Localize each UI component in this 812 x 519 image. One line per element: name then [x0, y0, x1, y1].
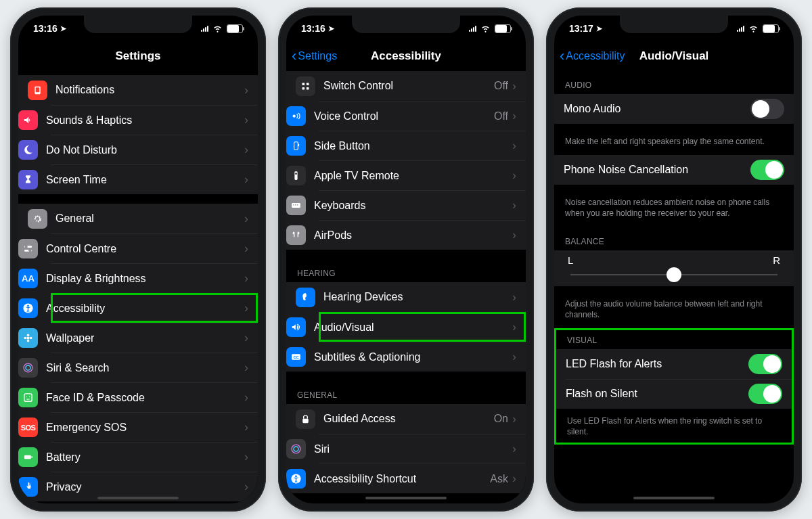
svg-point-12: [30, 337, 32, 340]
row-general[interactable]: General›: [18, 204, 258, 233]
hand-icon: [18, 477, 38, 497]
phone-3: 13:17➤ ‹Accessibility Audio/Visual Audio…: [546, 7, 802, 512]
footer-noise: Noise cancellation reduces ambient noise…: [554, 194, 794, 227]
SOS-icon: SOS: [18, 418, 38, 437]
hourglass-icon: [18, 170, 38, 189]
svg-point-17: [29, 396, 30, 397]
chevron-right-icon: ›: [244, 450, 248, 464]
row-noise-cancellation[interactable]: Phone Noise Cancellation: [554, 155, 794, 185]
row-label: Siri & Search: [46, 362, 244, 374]
footer-mono: Make the left and right speakers play th…: [554, 133, 794, 155]
chevron-right-icon: ›: [244, 113, 248, 127]
page-title: Audio/Visual: [639, 49, 709, 63]
row-apple-tv-remote[interactable]: Apple TV Remote›: [319, 160, 526, 190]
svg-point-36: [292, 445, 300, 453]
slider-thumb[interactable]: [667, 267, 681, 282]
page-title: Accessibility: [371, 49, 441, 63]
grid-icon: [296, 76, 315, 96]
chevron-right-icon: ›: [244, 271, 248, 286]
page-title: Settings: [115, 49, 160, 63]
row-guided-access[interactable]: Guided AccessOn›: [286, 404, 526, 434]
footer-balance: Adjust the audio volume balance between …: [554, 296, 794, 328]
row-label: Do Not Disturb: [46, 144, 244, 156]
svg-rect-25: [294, 142, 298, 150]
row-accessibility[interactable]: Accessibility›: [51, 293, 258, 323]
chevron-right-icon: ›: [512, 228, 516, 242]
battery-icon: [227, 24, 243, 33]
toggle-mono-audio[interactable]: [750, 99, 784, 119]
back-button[interactable]: ‹Settings: [292, 47, 337, 65]
toggle-led-flash[interactable]: [748, 354, 782, 374]
home-indicator[interactable]: [633, 497, 715, 499]
moon-icon: [18, 140, 38, 160]
row-keyboards[interactable]: Keyboards›: [319, 190, 526, 220]
row-subtitles-captioning[interactable]: CCSubtitles & Captioning›: [319, 342, 526, 371]
chevron-right-icon: ›: [244, 361, 248, 375]
row-display-brightness[interactable]: AADisplay & Brightness›: [51, 263, 258, 293]
accessibility-list[interactable]: Switch ControlOff›Voice ControlOff›Side …: [286, 71, 526, 503]
row-label: Audio/Visual: [314, 321, 512, 334]
balance-slider[interactable]: LR: [554, 254, 794, 285]
svg-rect-27: [294, 171, 297, 180]
wifi-icon: [212, 22, 223, 35]
svg-rect-26: [298, 144, 299, 147]
row-notifications[interactable]: Notifications›: [18, 75, 258, 105]
section-header-general: General: [286, 381, 526, 404]
row-screen-time[interactable]: Screen Time›: [51, 164, 258, 194]
row-emergency-sos[interactable]: SOSEmergency SOS›: [51, 412, 258, 442]
cellular-icon: [201, 25, 208, 32]
chevron-right-icon: ›: [512, 472, 516, 486]
svg-point-16: [26, 396, 27, 397]
svg-rect-20: [302, 83, 305, 85]
svg-point-4: [25, 246, 28, 248]
row-label: Privacy: [46, 481, 244, 493]
row-battery[interactable]: Battery›: [51, 442, 258, 472]
label: Phone Noise Cancellation: [564, 164, 750, 176]
svg-point-7: [27, 305, 29, 307]
row-label: Hearing Devices: [323, 291, 512, 303]
svg-point-11: [24, 337, 26, 340]
svg-point-39: [295, 476, 297, 478]
row-wallpaper[interactable]: Wallpaper›: [51, 323, 258, 353]
home-indicator[interactable]: [97, 497, 179, 499]
row-hearing-devices[interactable]: Hearing Devices›: [286, 282, 526, 312]
access-icon: [18, 298, 38, 318]
row-siri[interactable]: Siri›: [319, 434, 526, 464]
svg-point-28: [295, 173, 297, 175]
row-label: Apple TV Remote: [314, 170, 512, 182]
row-switch-control[interactable]: Switch ControlOff›: [286, 71, 526, 101]
settings-list[interactable]: Notifications›Sounds & Haptics›Do Not Di…: [18, 71, 258, 503]
row-control-centre[interactable]: Control Centre›: [51, 233, 258, 263]
row-label: Accessibility Shortcut: [314, 473, 490, 485]
chevron-right-icon: ›: [244, 301, 248, 315]
label: LED Flash for Alerts: [566, 358, 748, 370]
notch: [352, 16, 460, 33]
row-flash-silent[interactable]: Flash on Silent: [566, 379, 792, 409]
svg-rect-18: [24, 455, 31, 459]
svg-point-9: [27, 334, 30, 336]
row-mono-audio[interactable]: Mono Audio: [554, 94, 794, 124]
row-label: Accessibility: [46, 302, 244, 315]
row-do-not-disturb[interactable]: Do Not Disturb›: [51, 135, 258, 164]
section-header-visual: Visual: [556, 330, 792, 349]
row-sounds-haptics[interactable]: Sounds & Haptics›: [51, 105, 258, 135]
row-led-flash[interactable]: LED Flash for Alerts: [556, 349, 792, 379]
row-face-id-passcode[interactable]: Face ID & Passcode›: [51, 382, 258, 412]
row-audio-visual[interactable]: Audio/Visual›: [319, 312, 526, 342]
sound-icon: [18, 110, 38, 130]
back-button[interactable]: ‹Accessibility: [560, 47, 625, 65]
row-airpods[interactable]: AirPods›: [319, 220, 526, 250]
home-indicator[interactable]: [365, 497, 447, 499]
row-side-button[interactable]: Side Button›: [319, 131, 526, 160]
toggle-flash-silent[interactable]: [748, 384, 782, 404]
wifi-icon: [748, 22, 759, 35]
chevron-right-icon: ›: [512, 320, 516, 334]
location-icon: ➤: [328, 24, 334, 33]
audio-visual-list[interactable]: Audio Mono Audio Make the left and right…: [554, 71, 794, 503]
row-voice-control[interactable]: Voice ControlOff›: [319, 101, 526, 131]
row-accessibility-shortcut[interactable]: Accessibility ShortcutAsk›: [319, 464, 526, 493]
svg-rect-35: [302, 418, 309, 422]
toggle-noise-cancellation[interactable]: [750, 160, 784, 180]
row-siri-search[interactable]: Siri & Search›: [51, 353, 258, 382]
footer-visual: Use LED Flash for Alerts when the ring s…: [556, 413, 792, 443]
